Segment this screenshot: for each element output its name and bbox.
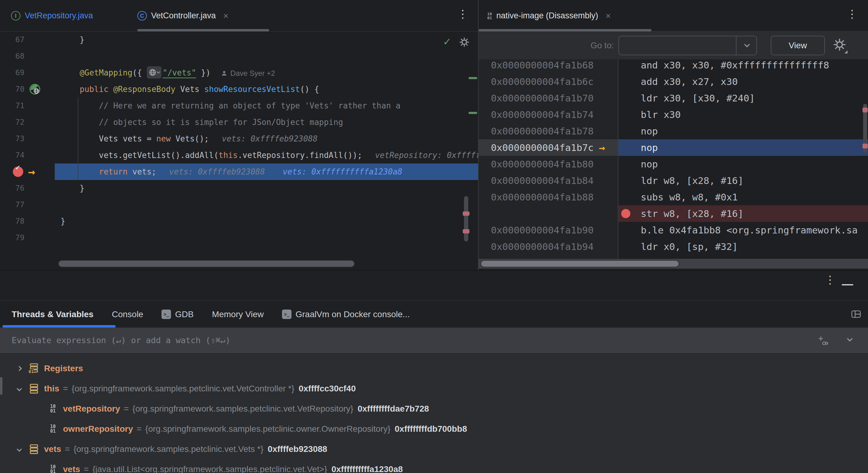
- code-line-67[interactable]: 67 }: [0, 31, 478, 48]
- chevron-down-icon[interactable]: [744, 41, 750, 47]
- layout-settings-icon[interactable]: [851, 309, 861, 320]
- code-line-72[interactable]: 72 // objects so it is simpler for JSon/…: [0, 114, 478, 131]
- code-line-71[interactable]: 71 // Here we are returning an object of…: [0, 98, 478, 114]
- tab-VetController.java[interactable]: CVetController.java×: [137, 0, 228, 31]
- tree-row-this[interactable]: this={org.springframework.samples.petcli…: [0, 379, 868, 399]
- code-line-77[interactable]: 77: [0, 197, 478, 213]
- equals-sign: =: [124, 404, 129, 414]
- code-segment-plain: Vets vets =: [61, 134, 156, 143]
- code-segment-kw: new: [156, 134, 170, 143]
- execution-pointer-icon: →: [599, 139, 605, 156]
- code-line-79[interactable]: 79: [0, 230, 478, 246]
- breakpoint-icon[interactable]: ✓: [13, 167, 23, 177]
- disassembly-row[interactable]: 0x0000000004fa1b70ldr x30, [x30, #240]: [478, 90, 868, 106]
- code-line-78[interactable]: 78}: [0, 213, 478, 230]
- code-line-70[interactable]: 70 public @ResponseBody Vets showResourc…: [0, 81, 478, 98]
- add-watch-icon[interactable]: [817, 335, 828, 347]
- code-line-73[interactable]: 73 Vets vets = new Vets();vets: 0xffffeb…: [0, 131, 478, 147]
- code-segment-plain: vets.getVetList().addAll(: [61, 150, 219, 160]
- ide-window: IVetRepository.javaCVetController.java× …: [0, 0, 868, 473]
- code-line-69[interactable]: 69 @GetMapping({ "/vets" })Dave Syer +2: [0, 65, 478, 81]
- disassembly-row[interactable]: 0x0000000004fa1b74blr x30: [478, 106, 868, 123]
- code-line-75[interactable]: ✓→ return vets;vets: 0xffffeb923088vets:…: [0, 164, 478, 180]
- disassembly-hscroll-track[interactable]: [478, 259, 868, 269]
- disassembly-row[interactable]: 0x0000000004fa1b6cadd x30, x27, x30: [478, 73, 868, 90]
- inspections-ok-icon[interactable]: ✓: [443, 36, 452, 48]
- debug-panel-header: ⋮: [0, 271, 868, 301]
- line-number: 74: [0, 147, 25, 164]
- code-line-74[interactable]: 74 vets.getVetList().addAll(this.vetRepo…: [0, 147, 478, 164]
- tab-graalvm-on-docker-console-[interactable]: >_GraalVm on Docker console...: [273, 301, 419, 328]
- code-line-76[interactable]: 76 }: [0, 180, 478, 197]
- line-number: 67: [0, 31, 25, 48]
- chevron-down-icon[interactable]: [847, 336, 852, 341]
- code-segment-comment: // Here we are returning an object of ty…: [61, 101, 400, 110]
- tab-label: GraalVm on Docker console...: [296, 309, 410, 319]
- request-mapping-pill[interactable]: [147, 66, 161, 78]
- vcs-change-marker: [469, 112, 477, 114]
- inspections-gear-icon[interactable]: [459, 37, 470, 49]
- class-icon: C: [137, 11, 147, 21]
- instruction-text: nop: [641, 156, 658, 172]
- gear-dropdown-corner: [844, 50, 847, 54]
- tab-label: Memory View: [212, 309, 264, 319]
- line-number: 72: [0, 114, 25, 131]
- tree-row-vets[interactable]: vets={org.springframework.samples.petcli…: [0, 439, 868, 459]
- disassembly-row[interactable]: 0x0000000004fa1b94ldr x0, [sp, #32]: [478, 238, 868, 255]
- code-segment-ann: @GetMapping: [61, 68, 132, 77]
- code-segment-plain: () {: [300, 85, 319, 94]
- instruction-address: 0x0000000004fa1b90: [491, 222, 594, 238]
- code-segment-hint: vets: 0xffffeb923088: [222, 134, 317, 143]
- pane-splitter[interactable]: [478, 0, 479, 270]
- tab-scroll-indicator[interactable]: [479, 29, 651, 31]
- tree-row-vets[interactable]: 1001vets={java.util.List<org.springframe…: [0, 459, 868, 473]
- variable-address: 0xffffffffdb700bb8: [395, 424, 467, 434]
- code-line-68[interactable]: 68: [0, 48, 478, 65]
- evaluate-expression-bar[interactable]: Evaluate expression (↵) or add a watch (…: [0, 328, 868, 353]
- variable-name: vets: [63, 465, 80, 473]
- disassembly-row[interactable]: 0x0000000004fa1b88subs w8, w8, #0x1: [478, 189, 868, 205]
- variable-name: vets: [44, 444, 61, 454]
- tab-console[interactable]: Console: [103, 301, 153, 328]
- breakpoint-icon[interactable]: [621, 209, 630, 218]
- error-stripe-execution-mark[interactable]: [463, 211, 469, 216]
- chevron-right-icon[interactable]: [15, 367, 23, 370]
- disassembly-hscroll-thumb[interactable]: [480, 260, 679, 267]
- error-stripe-breakpoint-mark[interactable]: [463, 229, 469, 233]
- editor-vertical-scrollbar[interactable]: [464, 196, 468, 241]
- disassembly-row[interactable]: 0x0000000004fa1b84ldr w8, [x28, #16]: [478, 172, 868, 189]
- code-text: vets.getVetList().addAll(this.vetReposit…: [61, 147, 478, 164]
- goto-address-combobox[interactable]: [618, 36, 757, 55]
- variable-type: {org.springframework.samples.petclinic.v…: [71, 384, 294, 394]
- disassembly-row[interactable]: str w8, [x28, #16]: [478, 205, 868, 222]
- equals-sign: =: [137, 424, 142, 434]
- debug-options-kebab-icon[interactable]: ⋮: [825, 274, 836, 285]
- tab-gdb[interactable]: >_GDB: [152, 301, 203, 328]
- disassembly-row[interactable]: 0x0000000004fa1b7c→nop: [478, 139, 868, 156]
- code-segment-ann: @ResponseBody: [113, 85, 176, 94]
- editor-horizontal-scrollbar[interactable]: [58, 260, 355, 267]
- tree-row-Registers[interactable]: 01Registers: [0, 359, 868, 379]
- instruction-text: nop: [641, 139, 658, 156]
- spring-endpoint-icon[interactable]: [29, 83, 41, 97]
- tree-row-ownerRepository[interactable]: 1001ownerRepository={org.springframework…: [0, 419, 868, 439]
- code-author-annotation[interactable]: Dave Syer +2: [221, 65, 275, 81]
- instruction-address: 0x0000000004fa1b78: [491, 123, 594, 139]
- tab-threads-variables[interactable]: Threads & Variables: [2, 301, 103, 328]
- tree-row-vetRepository[interactable]: 1001vetRepository={org.springframework.s…: [0, 399, 868, 419]
- disassembly-row[interactable]: 0x0000000004fa1b78nop: [478, 123, 868, 139]
- active-tab-indicator: [137, 29, 269, 31]
- editor-options-kebab-icon[interactable]: ⋮: [457, 8, 468, 20]
- view-button[interactable]: View: [771, 36, 825, 55]
- minimize-icon[interactable]: [842, 284, 853, 285]
- chevron-down-icon[interactable]: [15, 387, 23, 391]
- tab-memory-view[interactable]: Memory View: [203, 301, 273, 328]
- line-number: 71: [0, 98, 25, 114]
- chevron-down-icon[interactable]: [15, 447, 23, 451]
- line-number: 77: [0, 197, 25, 213]
- disassembly-row[interactable]: 0x0000000004fa1b80nop: [478, 156, 868, 172]
- close-icon[interactable]: ×: [223, 11, 229, 21]
- object-stack-icon: [28, 383, 40, 395]
- tab-VetRepository.java[interactable]: IVetRepository.java: [11, 0, 93, 31]
- disassembly-row[interactable]: 0x0000000004fa1b90b.le 0x4fa1bb8 <org.sp…: [478, 222, 868, 238]
